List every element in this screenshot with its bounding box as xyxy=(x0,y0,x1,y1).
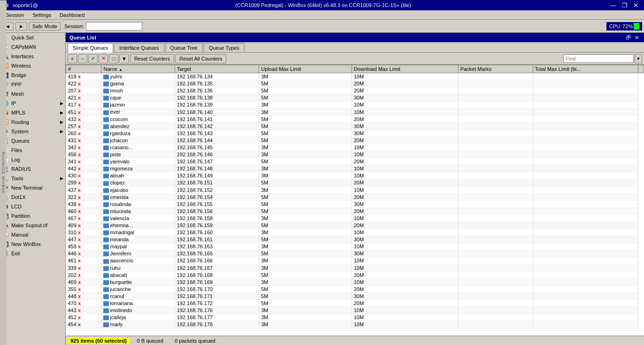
filter-button[interactable]: ▼ xyxy=(119,54,129,63)
col-total[interactable]: Total Max Limit (bi... xyxy=(533,65,638,73)
table-row[interactable]: 460 X mlucinda 192.168.76.156 5M 20M xyxy=(66,207,644,215)
table-row[interactable]: 458 X maypat 192.168.76.163 3M 10M xyxy=(66,243,644,250)
table-row[interactable]: 207 X mnoh 192.168.76.136 5M 20M xyxy=(66,87,644,94)
safe-mode-button[interactable]: Safe Mode xyxy=(29,22,61,31)
table-row[interactable]: 451 X ever 192.168.76.140 3M 10M xyxy=(66,108,644,115)
table-row[interactable]: 417 X jazmin 192.168.76.139 3M 10M xyxy=(66,101,644,108)
table-row[interactable]: 422 X gsena 192.168.76.135 5M 20M xyxy=(66,80,644,87)
sidebar-item-capsman[interactable]: 📡 CAPsMAN xyxy=(0,42,65,52)
add-button[interactable]: + xyxy=(68,54,77,63)
table-row[interactable]: 418 X yulmi 192.168.76.134 3M 10M xyxy=(66,73,644,80)
col-name[interactable]: Name ▲ xyxy=(101,65,175,73)
minimize-button[interactable]: — xyxy=(608,2,618,9)
sidebar-item-lcd[interactable]: 🖥 LCD xyxy=(0,202,65,211)
table-row[interactable]: 446 X Jennifern 192.168.76.165 5M 30M xyxy=(66,250,644,257)
table-row[interactable]: 448 X rcanul 192.168.76.171 5M 30M xyxy=(66,292,644,299)
table-row[interactable]: 260 X rgarduza 192.168.76.143 5M 30M xyxy=(66,130,644,137)
table-row[interactable]: 432 X ccocom 192.168.76.141 5M 20M xyxy=(66,115,644,123)
sidebar-item-queues[interactable]: 📋 Queues xyxy=(0,136,65,146)
table-row[interactable]: 454 X marly 192.168.76.178 3M 10M xyxy=(66,321,644,328)
table-row[interactable]: 447 X miranda 192.168.76.161 5M 30M xyxy=(66,236,644,243)
table-row[interactable]: 461 X aascencio 192.168.76.166 3M 10M xyxy=(66,257,644,264)
sidebar-item-mpls[interactable]: 📦 MPLS ▶ xyxy=(0,108,65,117)
table-row[interactable]: 431 X jchacon 192.168.76.144 5M 20M xyxy=(66,137,644,144)
enable-button[interactable]: ✓ xyxy=(88,54,98,63)
col-upload[interactable]: Upload Max Limit xyxy=(259,65,352,73)
table-row[interactable]: 355 X jucanche 192.168.76.170 5M 20M xyxy=(66,285,644,292)
disable-button[interactable]: ✕ xyxy=(99,54,108,63)
table-container[interactable]: # Name ▲ Target Upload Max Limit Downloa… xyxy=(66,65,644,336)
menu-dashboard[interactable]: Dashboard xyxy=(56,11,89,19)
tab-interface-queues[interactable]: Interface Queues xyxy=(114,43,164,52)
titlebar-controls[interactable]: — ❐ ✕ xyxy=(608,2,640,9)
tab-queue-types[interactable]: Queue Types xyxy=(204,43,245,52)
close-button[interactable]: ✕ xyxy=(631,2,640,9)
forward-button[interactable]: ► xyxy=(15,22,27,31)
cell-total xyxy=(533,200,638,207)
reset-counters-button[interactable]: Reset Counters xyxy=(130,54,174,63)
sidebar-item-tools[interactable]: 🔧 Tools ▶ xyxy=(0,174,65,183)
sidebar-item-mesh[interactable]: 🕸 Mesh xyxy=(0,89,65,99)
sidebar-item-manual[interactable]: 📖 Manual xyxy=(0,230,65,239)
table-row[interactable]: 452 X jcalleja 192.168.76.177 3M 10M xyxy=(66,314,644,321)
sidebar-item-partition[interactable]: 💾 Partition xyxy=(0,211,65,221)
sidebar-item-wireless[interactable]: 📶 Wireless xyxy=(0,61,65,70)
table-row[interactable]: 442 X mgomeza 192.168.76.148 3M 10M xyxy=(66,165,644,172)
table-row[interactable]: 322 X cmerida 192.168.76.154 5M 20M xyxy=(66,193,644,200)
sidebar-item-log[interactable]: 📄 Log xyxy=(0,155,65,164)
cell-target: 192.168.76.166 xyxy=(175,257,259,264)
table-row[interactable]: 470 X lomariana 192.168.76.172 5M 20M xyxy=(66,300,644,307)
cell-download: 20M xyxy=(352,80,458,87)
cell-download: 10M xyxy=(352,321,458,328)
sidebar-item-ppp[interactable]: 🔗 PPP xyxy=(0,80,65,89)
table-row[interactable]: 299 X clopez 192.168.76.151 5M 20M xyxy=(66,179,644,186)
cell-marks xyxy=(458,307,533,314)
table-row[interactable]: 437 X ejacobo 192.168.76.152 3M 10M xyxy=(66,186,644,193)
sidebar-item-files[interactable]: 📁 Files xyxy=(0,146,65,155)
maximize-button[interactable]: ❐ xyxy=(620,2,629,9)
sidebar-item-exit[interactable]: 🚪 Exit xyxy=(0,249,65,258)
table-row[interactable]: 342 X rcasano... 192.168.76.145 3M 10M xyxy=(66,144,644,151)
col-target[interactable]: Target xyxy=(175,65,259,73)
sidebar-item-system[interactable]: ⚙ System ▶ xyxy=(0,127,65,136)
table-row[interactable]: 310 X mmadrigal 192.168.76.160 3M 10M xyxy=(66,229,644,236)
sidebar-item-new-terminal[interactable]: 💻 New Terminal xyxy=(0,183,65,192)
sidebar-item-dot1x[interactable]: 🔒 Dot1X xyxy=(0,192,65,202)
sidebar-item-quick-set[interactable]: ⚡ Quick Set xyxy=(0,33,65,42)
cell-target: 192.168.76.156 xyxy=(175,207,259,215)
table-row[interactable]: 421 X cque 192.168.76.138 5M 30M xyxy=(66,94,644,101)
table-row[interactable]: 430 X atinah 192.168.76.149 3M 10M xyxy=(66,172,644,179)
find-dropdown[interactable]: ▼ xyxy=(635,54,642,63)
col-marks[interactable]: Packet Marks xyxy=(458,65,533,73)
remove-button[interactable]: − xyxy=(78,54,87,63)
table-row[interactable]: 339 X ruhu 192.168.76.167 3M 10M xyxy=(66,264,644,271)
sidebar-item-bridge[interactable]: 🌉 Bridge xyxy=(0,70,65,80)
table-row[interactable]: 257 X abenitez 192.168.76.142 5M 30M xyxy=(66,123,644,130)
table-row[interactable]: 341 X yarevalo 192.168.76.147 5M 20M xyxy=(66,158,644,165)
sidebar-item-ip[interactable]: 🌐 IP ▶ xyxy=(0,99,65,108)
panel-restore-button[interactable]: 🗗 xyxy=(624,35,632,41)
tab-queue-tree[interactable]: Queue Tree xyxy=(165,43,203,52)
sidebar-item-new-winbox[interactable]: 🔲 New WinBox xyxy=(0,239,65,249)
table-row[interactable]: 469 X burguette 192.168.76.169 3M 10M xyxy=(66,278,644,285)
sidebar-item-radius[interactable]: 👤 RADIUS xyxy=(0,164,65,174)
table-row[interactable]: 467 X valencia 192.168.76.158 3M 10M xyxy=(66,215,644,222)
col-num[interactable]: # xyxy=(66,65,101,73)
table-row[interactable]: 409 X ehemna... 192.168.76.159 5M 20M xyxy=(66,222,644,229)
menu-settings[interactable]: Settings xyxy=(29,11,55,19)
table-row[interactable]: 456 X piste 192.168.76.146 3M 10M xyxy=(66,151,644,158)
col-download[interactable]: Download Max Limit xyxy=(352,65,458,73)
sidebar-item-interfaces[interactable]: 🔌 Interfaces xyxy=(0,52,65,61)
session-input[interactable] xyxy=(86,22,142,31)
panel-close-button[interactable]: ✕ xyxy=(633,35,640,41)
table-row[interactable]: 443 X imolinedo 192.168.76.176 3M 10M xyxy=(66,307,644,314)
sidebar-item-make-supout[interactable]: 📤 Make Supout.rif xyxy=(0,221,65,230)
panel-controls[interactable]: 🗗 ✕ xyxy=(624,35,640,41)
sidebar-item-routing[interactable]: 🔀 Routing ▶ xyxy=(0,117,65,127)
table-row[interactable]: 438 X rosalinda 192.168.76.155 5M 30M xyxy=(66,200,644,207)
reset-all-counters-button[interactable]: Reset All Counters xyxy=(175,54,226,63)
table-row[interactable]: 202 X abacab 192.168.76.168 5M 20M xyxy=(66,271,644,278)
tab-simple-queues[interactable]: Simple Queues xyxy=(68,43,113,53)
copy-button[interactable]: □ xyxy=(109,54,118,63)
find-input[interactable] xyxy=(563,54,634,63)
